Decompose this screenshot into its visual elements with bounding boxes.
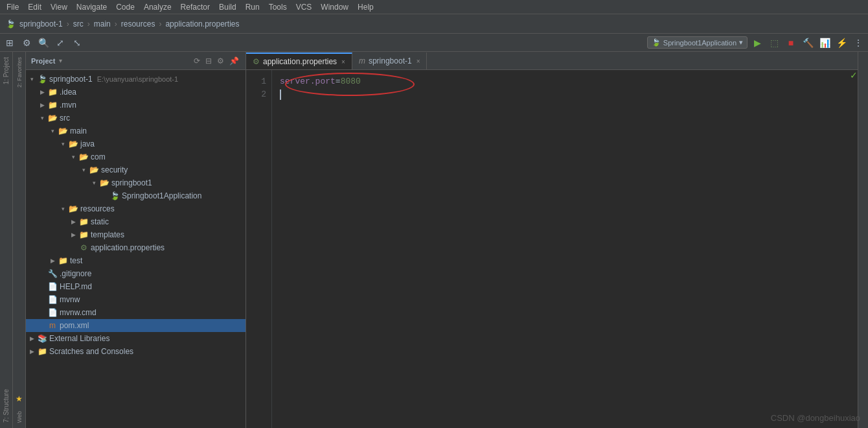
panel-pin-icon[interactable]: 📌 [228,55,240,67]
tree-security[interactable]: ▾ 📂 security [26,163,246,176]
main-label: main [70,126,87,136]
static-label: static [91,217,109,226]
tree-helpmd[interactable]: ▶ 📄 HELP.md [26,280,246,293]
breadcrumb-springboot[interactable]: springboot-1 [19,19,63,29]
right-gutter [858,52,868,428]
mvnwcmd-label: mvnw.cmd [60,308,97,317]
breadcrumb-main[interactable]: main [94,19,111,29]
tree-scratches[interactable]: ▶ 📁 Scratches and Consoles [26,345,246,358]
menu-vcs[interactable]: VCS [292,1,316,13]
profiler-button[interactable]: ⚡ [834,36,849,50]
tree-java[interactable]: ▾ 📂 java [26,137,246,150]
code-value-1: 8080 [341,75,361,88]
menu-edit[interactable]: Edit [24,1,45,13]
layout-icon[interactable]: ⊞ [3,36,17,50]
settings-icon[interactable]: ⚙ [19,36,34,50]
run-config-icon: 🍃 [652,38,661,47]
search-icon[interactable]: 🔍 [36,36,51,50]
project-tree: ▾ 🍃 springboot-1 E:\yuanyuan\springboot-… [26,70,246,428]
menu-file[interactable]: File [3,1,23,13]
extlibs-icon: 📚 [37,334,47,343]
menu-view[interactable]: View [47,1,71,13]
editor-content: 1 2 server.port=8080 [246,70,858,428]
coverage-button[interactable]: 📊 [817,36,832,50]
root-arrow: ▾ [29,76,35,82]
tree-app-props[interactable]: ▶ ⚙ application.properties [26,241,246,254]
tree-resources[interactable]: ▾ 📂 resources [26,202,246,215]
stop-button[interactable]: ■ [784,36,798,50]
springboot-tab-close[interactable]: × [417,58,420,65]
menu-refactor[interactable]: Refactor [177,1,214,13]
tree-test[interactable]: ▶ 📁 test [26,254,246,267]
breadcrumb-src[interactable]: src [73,19,84,29]
com-icon: 📂 [78,152,89,161]
expand-icon[interactable]: ⤢ [53,36,67,50]
run-toolbar: ⊞ ⚙ 🔍 ⤢ ⤡ 🍃 Springboot1Application ▾ ▶ ⬚… [0,34,868,52]
appprops-icon: ⚙ [78,243,89,252]
collapse-icon[interactable]: ⤡ [70,36,84,50]
path-bar: 🍃 springboot-1 › src › main › resources … [0,14,868,34]
panel-collapse-icon[interactable]: ⊟ [204,55,213,67]
tree-src[interactable]: ▾ 📂 src [26,112,246,125]
structure-tab-label[interactable]: 7: Structure [1,384,11,428]
git-icon: 🔧 [47,269,58,278]
panel-dropdown-icon[interactable]: ▾ [59,57,62,64]
test-icon: 📁 [58,256,68,265]
menu-run[interactable]: Run [242,1,264,13]
project-panel: Project ▾ ⟳ ⊟ ⚙ 📌 ▾ 🍃 springboot-1 E:\yu… [26,52,246,428]
favorites-label[interactable]: 2: Favorites [15,52,24,93]
tree-mvnwcmd[interactable]: ▶ 📄 mvnw.cmd [26,306,246,319]
validation-ok-icon: ✓ [850,70,858,80]
menu-navigate[interactable]: Navigate [73,1,111,13]
mvnw-icon: 📄 [47,295,58,304]
build-button[interactable]: 🔨 [801,36,815,50]
appprops-label: application.properties [91,243,165,252]
tree-mvnw[interactable]: ▶ 📄 mvnw [26,293,246,306]
tree-com[interactable]: ▾ 📂 com [26,150,246,163]
scratches-arrow: ▶ [29,348,35,355]
breadcrumb-appprops[interactable]: application.properties [165,19,239,29]
test-label: test [70,256,82,265]
com-arrow: ▾ [70,154,76,160]
mvnwcmd-icon: 📄 [47,308,58,317]
code-editor[interactable]: server.port=8080 [272,70,858,428]
tree-pomxml[interactable]: ▶ m pom.xml [26,319,246,332]
tree-external-libs[interactable]: ▶ 📚 External Libraries [26,332,246,345]
tree-static[interactable]: ▶ 📁 static [26,215,246,228]
run-config-selector[interactable]: 🍃 Springboot1Application ▾ [647,36,748,49]
run-button[interactable]: ▶ [750,36,764,50]
menu-code[interactable]: Code [112,1,139,13]
menu-window[interactable]: Window [317,1,352,13]
breadcrumb-resources[interactable]: resources [121,19,155,29]
debug-button[interactable]: ⬚ [767,36,781,50]
panel-title: Project [31,57,55,65]
appprops-tab-close[interactable]: × [341,58,345,65]
tree-main[interactable]: ▾ 📂 main [26,125,246,137]
panel-sync-icon[interactable]: ⟳ [192,55,201,67]
tree-root[interactable]: ▾ 🍃 springboot-1 E:\yuanyuan\springboot-… [26,73,246,86]
more-button[interactable]: ⋮ [851,36,865,50]
panel-settings-icon[interactable]: ⚙ [216,55,225,67]
tree-idea[interactable]: ▶ 📁 .idea [26,86,246,99]
project-tab-label[interactable]: 1: Project [1,52,11,89]
menu-help[interactable]: Help [354,1,378,13]
tab-springboot[interactable]: m springboot-1 × [352,53,428,69]
springboot1-label: springboot1 [111,178,152,187]
tree-mvn[interactable]: ▶ 📁 .mvn [26,99,246,112]
tree-springboot1[interactable]: ▾ 📂 springboot1 [26,176,246,189]
web-label[interactable]: Web [15,406,24,428]
spring-icon: 🍃 [5,19,16,29]
menu-bar: File Edit View Navigate Code Analyze Ref… [0,0,868,14]
watermark: CSDN @dongbeihuxiao [771,413,860,423]
menu-analyze[interactable]: Analyze [140,1,176,13]
tree-gitignore[interactable]: ▶ 🔧 .gitignore [26,267,246,280]
menu-build[interactable]: Build [215,1,240,13]
tab-appprops[interactable]: ⚙ application.properties × [246,53,352,69]
src-arrow: ▾ [39,115,45,121]
menu-tools[interactable]: Tools [265,1,291,13]
text-cursor [280,89,281,100]
mvn-arrow: ▶ [39,102,45,108]
tree-app-class[interactable]: ▶ 🍃 Springboot1Application [26,189,246,202]
tree-templates[interactable]: ▶ 📁 templates [26,228,246,241]
root-icon: 🍃 [37,75,47,84]
